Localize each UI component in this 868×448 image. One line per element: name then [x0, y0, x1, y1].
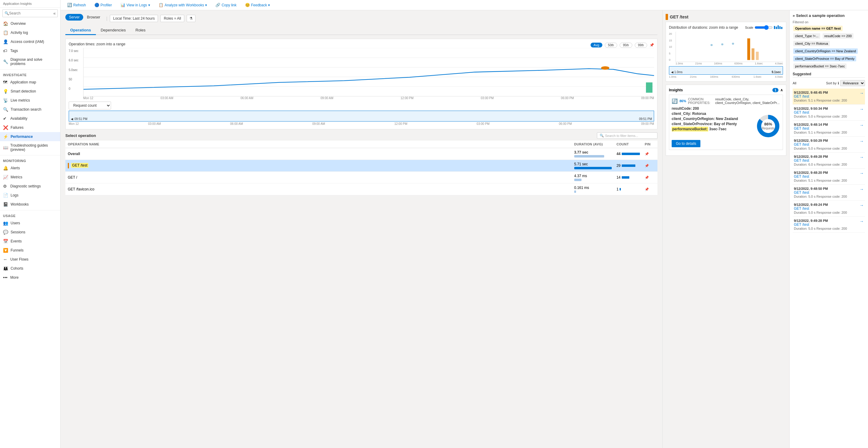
range-selector[interactable]: ◀ 09:51 PM 09:51 PM — [69, 111, 654, 122]
table-row[interactable]: GET /test 5.71 sec 29 — [65, 160, 657, 172]
pin-chart-icon[interactable]: 📌 — [650, 43, 654, 47]
operation-search[interactable]: 🔍 Search to filter items... — [597, 132, 657, 139]
monitoring-section-label: Monitoring — [0, 157, 60, 164]
sample-arrow-1[interactable]: → — [860, 107, 864, 111]
table-row[interactable]: GET / 4.37 ms 14 📌 — [65, 172, 657, 183]
scale-slider[interactable] — [754, 25, 773, 30]
dist-range-back-icon[interactable]: ◀ — [671, 70, 674, 74]
filter-tag-3[interactable]: client_CountryOrRegion == New Zealand — [793, 48, 858, 54]
filter-tag-2[interactable]: client_City == Rotorua — [793, 41, 830, 46]
sidebar-item-logs[interactable]: 📄 Logs — [0, 191, 60, 200]
sample-arrow-4[interactable]: → — [860, 155, 864, 160]
sidebar-item-failures[interactable]: ❌ Failures — [0, 123, 60, 132]
sidebar-item-diagnostic-settings[interactable]: ⚙ Diagnostic settings — [0, 182, 60, 191]
sidebar-item-cohorts[interactable]: 👪 Cohorts — [0, 264, 60, 273]
tab-roles[interactable]: Roles — [131, 26, 150, 35]
sample-arrow-2[interactable]: → — [860, 123, 864, 128]
search-input[interactable] — [9, 11, 53, 15]
request-count-select[interactable]: Request count — [69, 102, 111, 109]
sidebar-item-diagnose[interactable]: 🔧 Diagnose and solve problems — [0, 55, 60, 68]
pin-button-3[interactable]: 📌 — [645, 176, 649, 179]
refresh-button[interactable]: 🔄 Refresh — [65, 2, 88, 8]
time-filter-button[interactable]: Local Time: Last 24 hours — [110, 15, 158, 22]
sidebar-item-funnels[interactable]: 🔽 Funnels — [0, 246, 60, 255]
go-to-details-button[interactable]: Go to details — [672, 140, 701, 147]
sample-item-1[interactable]: 9/12/2022, 9:50:34 PM GET /test Duration… — [793, 105, 865, 120]
filter-funnel-button[interactable]: ⚗ — [187, 15, 195, 22]
sample-arrow-8[interactable]: → — [860, 219, 864, 224]
sidebar-item-metrics[interactable]: 📈 Metrics — [0, 173, 60, 182]
sort-select[interactable]: Relevance Date Duration — [840, 80, 865, 86]
sidebar-item-workbooks[interactable]: 📓 Workbooks — [0, 200, 60, 209]
search-box[interactable]: 🔍 « — [2, 9, 58, 17]
filter-tag-4[interactable]: client_StateOrProvince == Bay of Plenty — [793, 56, 856, 61]
roles-filter-button[interactable]: Roles = All — [160, 15, 184, 22]
feedback-button[interactable]: 😊 Feedback ▾ — [243, 2, 272, 8]
sample-arrow-5[interactable]: → — [860, 171, 864, 176]
pin-button[interactable]: 📌 — [645, 152, 649, 156]
view-in-logs-button[interactable]: 📊 View in Logs ▾ — [119, 2, 152, 8]
filter-op-tag[interactable]: Operation name == GET /test — [793, 26, 843, 31]
sidebar-item-activity-log[interactable]: 📋 Activity log — [0, 28, 60, 37]
distribution-chart-section: Distribution of durations: zoom into a r… — [665, 22, 786, 81]
sidebar-item-tx-search[interactable]: 🔍 Transaction search — [0, 105, 60, 114]
sidebar-item-availability[interactable]: ✔ Availability — [0, 114, 60, 123]
sidebar-item-access-control[interactable]: 👤 Access control (IAM) — [0, 37, 60, 46]
right-panel: » Select a sample operation Filtered on … — [789, 10, 868, 448]
sidebar-item-alerts[interactable]: 🔔 Alerts — [0, 164, 60, 173]
sample-item-3[interactable]: 9/12/2022, 9:50:29 PM GET /test Duration… — [793, 137, 865, 153]
sidebar-item-live-metrics[interactable]: 📡 Live metrics — [0, 96, 60, 105]
sample-item-2[interactable]: 9/12/2022, 9:48:14 PM GET /test Duration… — [793, 120, 865, 137]
tab-operations[interactable]: Operations — [65, 26, 96, 35]
dist-range-selector[interactable]: ◀ 1.0ms 9.1sec — [669, 66, 783, 75]
table-row[interactable]: Overall 3.77 sec 44 📌 — [65, 148, 657, 160]
profiler-button[interactable]: 🔵 Profiler — [93, 2, 114, 8]
browser-tab[interactable]: Browser — [83, 14, 104, 21]
sample-item-8[interactable]: 9/12/2022, 9:49:28 PM GET /test Duration… — [793, 217, 865, 233]
table-row[interactable]: GET /favicon.ico 0.161 ms 1 — [65, 183, 657, 195]
insights-collapse-icon[interactable]: ∧ — [780, 88, 783, 92]
sidebar-item-more[interactable]: ••• More — [0, 273, 60, 282]
sample-item-4[interactable]: 9/12/2022, 9:49:28 PM GET /test Duration… — [793, 153, 865, 169]
sample-item-5[interactable]: 9/12/2022, 9:48:20 PM GET /test Duration… — [793, 169, 865, 185]
tags-icon: 🏷 — [3, 48, 8, 53]
access-control-icon: 👤 — [3, 39, 8, 44]
sidebar-item-user-flows[interactable]: ↔ User Flows — [0, 255, 60, 264]
range-back-icon[interactable]: ◀ — [71, 117, 73, 120]
filter-tag-1[interactable]: resultCode == 200 — [823, 33, 854, 39]
sample-item-0[interactable]: 9/12/2022, 9:48:45 PM GET /test Duration… — [793, 89, 865, 105]
pin-button-2[interactable]: 📌 — [645, 164, 649, 168]
copy-link-button[interactable]: 🔗 Copy link — [214, 2, 238, 8]
sidebar-item-app-map[interactable]: 🗺 Application map — [0, 78, 60, 87]
sample-item-7[interactable]: 9/12/2022, 9:49:24 PM GET /test Duration… — [793, 201, 865, 217]
chevron-down-icon-3: ▾ — [268, 3, 270, 7]
sample-arrow-3[interactable]: → — [860, 139, 864, 144]
sidebar-item-smart-detection[interactable]: 💡 Smart detection — [0, 87, 60, 96]
sidebar-item-overview[interactable]: 🏠 Overview — [0, 19, 60, 28]
sidebar-item-troubleshooting[interactable]: 📖 Troubleshooting guides (preview) — [0, 141, 60, 154]
server-tab[interactable]: Server — [65, 14, 83, 21]
sample-item-6[interactable]: 9/12/2022, 9:48:50 PM GET /test Duration… — [793, 185, 865, 201]
sample-arrow-7[interactable]: → — [860, 203, 864, 208]
pin-button-4[interactable]: 📌 — [645, 187, 649, 191]
filter-tag-0[interactable]: client_Type !=... — [793, 33, 820, 39]
filter-tag-5[interactable]: performanceBucket == 3sec-7sec — [793, 64, 846, 69]
sidebar-item-users[interactable]: 👥 Users — [0, 218, 60, 228]
sample-arrow-6[interactable]: → — [860, 187, 864, 192]
legend-avg[interactable]: Avg — [591, 43, 602, 47]
collapse-btn[interactable]: « — [53, 11, 56, 16]
svg-rect-10 — [779, 26, 781, 29]
tab-dependencies[interactable]: Dependencies — [96, 26, 131, 35]
sidebar: Application Insights 🔍 « 🏠 Overview 📋 Ac… — [0, 0, 61, 448]
sidebar-item-tags[interactable]: 🏷 Tags — [0, 46, 60, 55]
sample-arrow-0[interactable]: → — [860, 91, 864, 96]
analyze-button[interactable]: 📋 Analyze with Workbooks ▾ — [157, 2, 209, 8]
sidebar-item-events[interactable]: 📅 Events — [0, 237, 60, 246]
expand-icon[interactable]: » — [793, 13, 795, 18]
sidebar-item-sessions[interactable]: 💬 Sessions — [0, 228, 60, 237]
legend-p95[interactable]: 95th — [620, 43, 632, 48]
sample-date-1: 9/12/2022, 9:50:34 PM — [794, 107, 847, 110]
sidebar-item-performance[interactable]: ⚡ Performance — [0, 132, 60, 141]
legend-p99[interactable]: 99th — [635, 43, 647, 48]
legend-p50[interactable]: 50th — [605, 43, 617, 48]
